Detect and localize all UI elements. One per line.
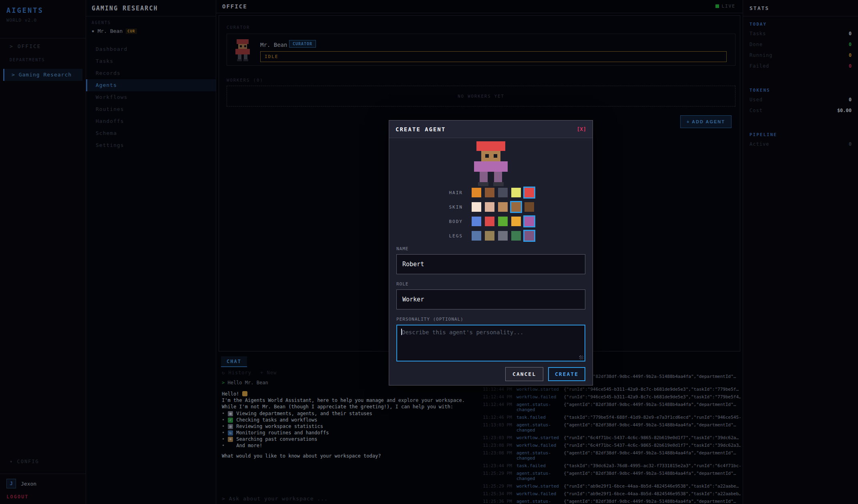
cancel-button[interactable]: CANCEL — [505, 367, 543, 381]
personality-field-label: PERSONALITY (OPTIONAL) — [396, 317, 585, 322]
modal-title: CREATE AGENT — [396, 126, 446, 133]
legs-color-row: LEGS — [396, 231, 585, 241]
create-button[interactable]: CREATE — [548, 367, 585, 381]
color-swatch[interactable] — [524, 231, 534, 241]
legs-swatches — [472, 231, 538, 241]
hair-swatches — [472, 188, 538, 197]
color-swatch[interactable] — [511, 202, 521, 212]
name-field-label: NAME — [396, 246, 585, 251]
avatar-body — [474, 161, 508, 172]
color-swatch[interactable] — [485, 202, 494, 212]
color-swatch[interactable] — [498, 217, 508, 226]
close-icon[interactable]: [X] — [577, 126, 586, 132]
color-swatch[interactable] — [524, 188, 534, 197]
color-swatch[interactable] — [511, 217, 521, 226]
color-swatch[interactable] — [472, 231, 481, 241]
skin-label: SKIN — [396, 205, 463, 210]
avatar-eye — [494, 154, 497, 158]
avatar-leg — [480, 172, 488, 182]
color-swatch[interactable] — [498, 188, 508, 197]
color-swatch[interactable] — [511, 231, 521, 241]
color-swatch[interactable] — [524, 202, 534, 212]
role-field-label: ROLE — [396, 281, 585, 287]
avatar-hair — [476, 141, 505, 151]
color-swatch[interactable] — [472, 188, 481, 197]
color-swatch[interactable] — [472, 217, 481, 226]
avatar-eye — [485, 154, 489, 158]
text-caret — [401, 329, 402, 335]
color-swatch[interactable] — [498, 231, 508, 241]
body-swatches — [472, 217, 538, 226]
legs-label: LEGS — [396, 233, 463, 239]
avatar-foot — [493, 182, 504, 186]
body-label: BODY — [396, 219, 463, 224]
color-swatch[interactable] — [485, 188, 494, 197]
color-swatch[interactable] — [511, 188, 521, 197]
avatar-face — [481, 151, 500, 161]
color-swatch[interactable] — [472, 202, 481, 212]
color-swatch[interactable] — [498, 202, 508, 212]
create-agent-modal: CREATE AGENT [X] HAIR SKIN BODY — [389, 120, 593, 386]
skin-swatches — [472, 202, 538, 212]
avatar-foot — [478, 182, 488, 186]
hair-label: HAIR — [396, 190, 463, 195]
name-input[interactable] — [396, 254, 585, 274]
skin-color-row: SKIN — [396, 202, 585, 212]
role-input[interactable] — [396, 289, 585, 309]
modal-header: CREATE AGENT [X] — [389, 120, 593, 138]
color-swatch[interactable] — [485, 231, 494, 241]
hair-color-row: HAIR — [396, 188, 585, 197]
avatar-leg — [494, 172, 502, 182]
personality-textarea[interactable] — [396, 325, 585, 361]
resize-handle-icon[interactable] — [579, 355, 583, 359]
color-swatch[interactable] — [524, 217, 534, 226]
body-color-row: BODY — [396, 217, 585, 226]
color-swatch[interactable] — [485, 217, 494, 226]
agent-avatar-preview — [472, 141, 510, 186]
